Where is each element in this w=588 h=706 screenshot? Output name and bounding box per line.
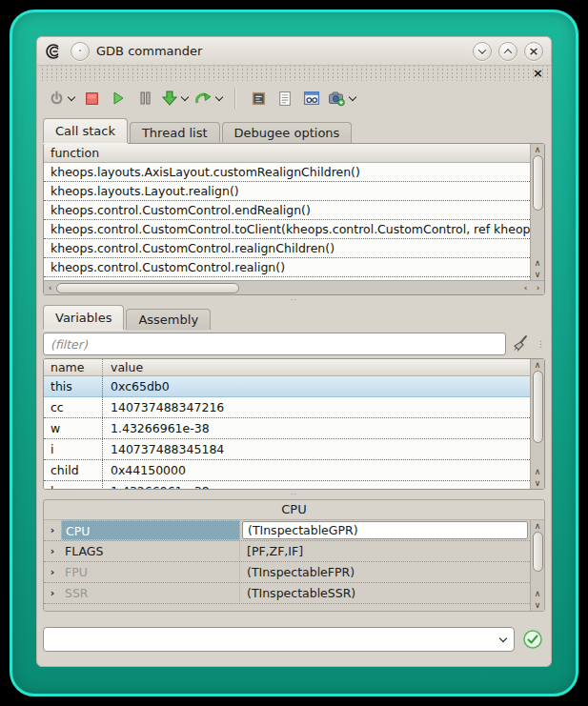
power-button[interactable] <box>47 85 77 111</box>
command-input[interactable] <box>44 629 493 650</box>
scroll-up-icon[interactable]: ∧ <box>532 466 544 477</box>
expander-icon[interactable]: › <box>44 562 61 582</box>
cpu-value-editor[interactable]: (TInspectableGPR) <box>242 521 528 539</box>
watch-window-icon <box>303 91 320 106</box>
pause-button[interactable] <box>132 85 157 111</box>
step-into-button[interactable] <box>159 85 191 111</box>
column-header-value[interactable]: value <box>103 359 530 375</box>
title-bar[interactable]: · GDB commander × <box>37 37 551 66</box>
cpu-register-row[interactable]: › FLAGS [PF,ZF,IF] <box>44 541 530 562</box>
call-stack-row[interactable]: kheops.layouts.AxisLayout.customRealignC… <box>44 163 530 182</box>
column-header-name[interactable]: name <box>44 359 103 375</box>
tab-assembly[interactable]: Assembly <box>126 309 211 330</box>
gdb-commander-window: · GDB commander × × <box>36 36 552 667</box>
scroll-up-icon[interactable]: ∧ <box>532 144 544 155</box>
variables-vertical-scrollbar[interactable]: ∧ ∧ ∨ <box>530 359 544 489</box>
cpu-register-row[interactable]: › SSR (TInspectableSSR) <box>44 583 530 604</box>
expander-icon[interactable]: › <box>44 541 61 561</box>
cpu-view-button[interactable] <box>246 85 271 111</box>
stop-button[interactable] <box>79 85 104 111</box>
scroll-down-icon[interactable]: ∨ <box>532 269 544 280</box>
cpu-register-row[interactable]: › CPU (TInspectableGPR) <box>44 520 530 541</box>
scroll-up-icon[interactable]: ∧ <box>532 588 544 599</box>
stack-tab-bar: Call stack Thread list Debugee options <box>37 118 551 143</box>
step-into-menu-chevron-icon[interactable] <box>181 93 189 101</box>
variable-row[interactable]: cc 140737488347216 <box>44 397 530 418</box>
tab-thread-list[interactable]: Thread list <box>130 122 220 143</box>
cpu-chip-icon <box>251 91 267 107</box>
power-menu-chevron-icon[interactable] <box>68 93 75 101</box>
filter-input[interactable] <box>43 333 506 355</box>
variable-row[interactable]: b 1.43266961e-38 <box>44 481 530 489</box>
scroll-left-icon[interactable]: ‹ <box>519 282 532 293</box>
step-over-arrow-icon <box>194 91 213 107</box>
clear-filter-broom-icon[interactable] <box>511 333 532 354</box>
panel-splitter[interactable]: ·· <box>37 490 551 499</box>
window-menu-button[interactable]: · <box>71 42 90 61</box>
splitter-grip-icon[interactable]: ⋮ <box>537 340 545 348</box>
desktop-background: · GDB commander × × <box>0 0 588 706</box>
tab-variables[interactable]: Variables <box>43 305 124 330</box>
scroll-left-icon[interactable]: ‹ <box>44 282 56 293</box>
variable-row[interactable]: child 0x44150000 <box>44 460 530 481</box>
window-title: GDB commander <box>96 44 202 58</box>
float-button[interactable] <box>473 42 492 61</box>
call-stack-row[interactable]: kheops.control.CustomControl.endRealign(… <box>44 201 530 220</box>
call-stack-row[interactable]: kheops.control.CustomControl.toClient(kh… <box>44 220 530 239</box>
run-button[interactable] <box>106 85 131 111</box>
call-stack-horizontal-scrollbar[interactable]: ‹ ‹ › <box>44 280 544 294</box>
step-over-menu-chevron-icon[interactable] <box>215 93 223 101</box>
variable-row[interactable]: i 140737488345184 <box>44 439 530 460</box>
scroll-up-icon[interactable]: ∧ <box>532 257 544 269</box>
toolbar-separator <box>234 88 236 109</box>
call-stack-row[interactable]: kheops.layouts.Layout.realign() <box>44 182 530 201</box>
power-icon <box>49 91 65 107</box>
dock-close-icon[interactable]: × <box>533 66 543 81</box>
step-into-arrow-icon <box>161 90 178 107</box>
pause-icon <box>138 91 152 106</box>
cpu-register-row[interactable]: › FPU (TInspectableFPR) <box>44 562 530 583</box>
command-combobox[interactable] <box>43 627 515 652</box>
call-stack-row[interactable]: kheops.control.CustomControl.realign() <box>44 258 530 277</box>
expander-icon[interactable]: › <box>44 520 61 540</box>
snapshot-button[interactable] <box>326 85 358 111</box>
call-stack-column-header[interactable]: function <box>44 144 530 163</box>
scroll-up-icon[interactable]: ∧ <box>532 359 544 371</box>
close-icon: × <box>529 45 539 57</box>
variables-tab-bar: Variables Assembly <box>37 305 551 330</box>
scrollbar-thumb[interactable] <box>533 532 543 572</box>
tab-call-stack[interactable]: Call stack <box>43 118 128 143</box>
cpu-inspector-group: CPU › CPU (TInspectableGPR) › FLAGS [PF,… <box>43 499 545 612</box>
expander-icon[interactable]: › <box>44 583 61 603</box>
variable-row[interactable]: this 0xc65db0 <box>44 376 530 397</box>
coedit-logo-icon <box>45 43 64 60</box>
shade-button[interactable] <box>498 42 517 61</box>
cpu-vertical-scrollbar[interactable]: ∧ ∧ ∨ <box>530 520 544 611</box>
execute-check-button[interactable] <box>522 629 543 650</box>
output-list-button[interactable] <box>273 85 297 111</box>
call-stack-row[interactable]: kheops.control.CustomControl.realignChil… <box>44 239 530 258</box>
close-button[interactable]: × <box>524 42 543 61</box>
call-stack-vertical-scrollbar[interactable]: ∧ ∧ ∨ <box>530 144 544 280</box>
variable-row[interactable]: w 1.43266961e-38 <box>44 418 530 439</box>
chevron-down-icon <box>499 634 507 641</box>
watch-window-button[interactable] <box>299 85 324 111</box>
scrollbar-thumb[interactable] <box>56 283 239 293</box>
filter-row: ⋮ <box>43 332 545 356</box>
scroll-down-icon[interactable]: ∨ <box>532 477 544 489</box>
dock-handle[interactable]: × <box>39 66 549 81</box>
combobox-dropdown-button[interactable] <box>493 637 514 641</box>
scroll-down-icon[interactable]: ∨ <box>532 599 544 611</box>
play-icon <box>111 91 126 106</box>
snapshot-menu-chevron-icon[interactable] <box>349 93 356 101</box>
panel-splitter[interactable]: ·· <box>37 295 551 305</box>
scroll-right-icon[interactable]: › <box>532 282 544 293</box>
variables-header-row[interactable]: name value <box>44 359 530 376</box>
variables-panel: name value this 0xc65db0 cc 140737488347… <box>43 358 545 490</box>
step-over-button[interactable] <box>193 85 225 111</box>
scrollbar-thumb[interactable] <box>533 371 543 443</box>
scrollbar-thumb[interactable] <box>533 155 543 211</box>
scroll-up-icon[interactable]: ∧ <box>532 520 544 532</box>
tab-debugee-options[interactable]: Debugee options <box>222 122 353 143</box>
splitter-grip-icon: ·· <box>291 491 297 499</box>
